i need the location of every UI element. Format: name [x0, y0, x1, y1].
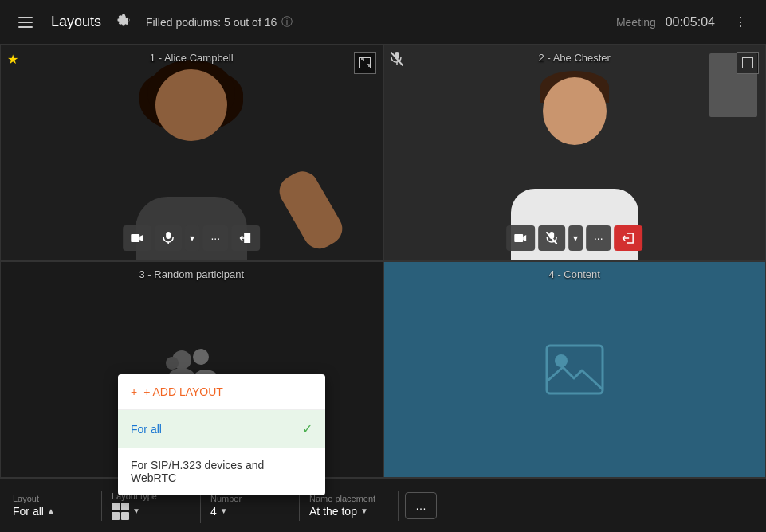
- svg-rect-0: [18, 17, 33, 18]
- abe-label: 2 - Abe Chester: [539, 52, 611, 64]
- mic-dropdown-abe[interactable]: ▾: [568, 225, 583, 251]
- number-select[interactable]: 4 ▼: [210, 505, 293, 518]
- add-layout-button[interactable]: + + ADD LAYOUT: [118, 374, 325, 410]
- svg-rect-12: [514, 234, 523, 242]
- mic-dropdown-alice[interactable]: ▾: [185, 225, 199, 251]
- alice-label: 1 - Alice Campbell: [150, 52, 234, 64]
- header-right: Meeting 00:05:04 ⋮: [616, 6, 756, 38]
- more-button-abe[interactable]: ···: [586, 225, 611, 251]
- svg-rect-9: [395, 52, 399, 59]
- content-label: 4 - Content: [549, 268, 600, 280]
- name-placement-select[interactable]: At the top ▼: [309, 505, 391, 518]
- cell-content: 4 - Content: [383, 261, 767, 478]
- info-icon: ⓘ: [281, 15, 293, 29]
- dropdown-item-sip[interactable]: For SIP/H.323 devices and WebRTC: [118, 448, 325, 495]
- video-grid: ★ 1 - Alice Campbell: [0, 45, 766, 478]
- camera-button-alice[interactable]: [123, 225, 151, 251]
- menu-icon[interactable]: [10, 6, 41, 38]
- page-title: Layouts: [51, 14, 101, 30]
- alice-head: [155, 69, 227, 141]
- dropdown-item-for-all[interactable]: For all ✓: [118, 410, 325, 448]
- bottom-bar: Layout For all ▲ Layout type ▼ Number 4 …: [0, 478, 766, 532]
- filled-podiums: Filled podiums: 5 out of 16 ⓘ: [146, 15, 610, 29]
- random-label: 3 - Random participant: [139, 268, 244, 280]
- more-options-icon[interactable]: ⋮: [725, 6, 756, 38]
- timer: 00:05:04: [666, 15, 715, 29]
- layout-label: Layout: [13, 494, 95, 503]
- exit-button-abe[interactable]: [615, 225, 643, 251]
- cell-abe: 2 - Abe Chester ▾ ···: [383, 45, 767, 261]
- svg-point-19: [166, 357, 179, 370]
- exit-button-alice[interactable]: [231, 225, 260, 251]
- layout-chevron-up-icon: ▲: [47, 507, 55, 515]
- layout-select[interactable]: For all ▲: [13, 505, 95, 518]
- svg-rect-11: [743, 58, 753, 68]
- meeting-label: Meeting: [616, 16, 656, 29]
- svg-rect-1: [18, 22, 33, 23]
- settings-icon[interactable]: [108, 6, 139, 38]
- alice-arm: [273, 166, 348, 255]
- svg-rect-20: [547, 346, 603, 393]
- name-placement-chevron-icon: ▼: [360, 507, 368, 515]
- svg-point-21: [555, 354, 568, 367]
- mic-button-abe[interactable]: [538, 225, 565, 251]
- expand-button-alice[interactable]: [354, 52, 376, 74]
- bottom-more-button[interactable]: …: [405, 492, 437, 519]
- grid-icon: [112, 503, 129, 520]
- number-chevron-icon: ▼: [220, 507, 228, 515]
- header: Layouts Filled podiums: 5 out of 16 ⓘ Me…: [0, 0, 766, 45]
- cell-alice: ★ 1 - Alice Campbell: [0, 45, 383, 261]
- mic-off-badge: [391, 52, 403, 69]
- expand-button-abe[interactable]: [737, 52, 759, 74]
- svg-rect-2: [18, 26, 33, 28]
- layout-section: Layout For all ▲: [6, 491, 102, 521]
- svg-rect-5: [166, 232, 171, 239]
- abe-controls: ▾ ···: [506, 225, 643, 251]
- star-badge: ★: [7, 52, 18, 67]
- layout-type-chevron-icon: ▼: [132, 507, 140, 515]
- layout-dropdown: + + ADD LAYOUT For all ✓ For SIP/H.323 d…: [118, 374, 325, 495]
- layout-type-select[interactable]: ▼: [112, 503, 194, 520]
- alice-controls: ▾ ···: [123, 225, 260, 251]
- svg-rect-4: [131, 234, 139, 242]
- camera-button-abe[interactable]: [506, 225, 535, 251]
- svg-point-17: [193, 349, 209, 365]
- image-placeholder-icon: [543, 342, 607, 397]
- mic-button-alice[interactable]: [155, 225, 182, 251]
- check-icon: ✓: [302, 421, 312, 436]
- svg-rect-14: [549, 232, 554, 239]
- more-button-alice[interactable]: ···: [202, 225, 228, 251]
- abe-head: [543, 77, 607, 145]
